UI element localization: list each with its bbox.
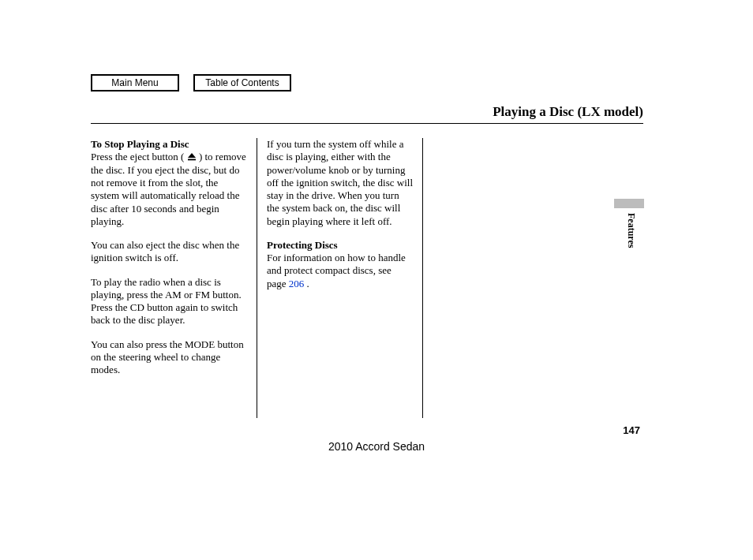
page-number: 147 bbox=[623, 424, 640, 436]
section-tab bbox=[614, 199, 644, 208]
column-1: To Stop Playing a Disc Press the eject b… bbox=[91, 138, 257, 418]
mode-button-text: You can also press the MODE button on th… bbox=[91, 338, 247, 377]
column-3 bbox=[422, 138, 588, 418]
manual-page: Main Menu Table of Contents Playing a Di… bbox=[91, 74, 643, 418]
svg-marker-0 bbox=[188, 153, 196, 158]
svg-rect-1 bbox=[188, 159, 196, 161]
footer-model: 2010 Accord Sedan bbox=[0, 440, 753, 453]
stop-playing-section: To Stop Playing a Disc Press the eject b… bbox=[91, 138, 247, 228]
column-2: If you turn the system off while a disc … bbox=[257, 138, 422, 418]
stop-playing-text-a: Press the eject button ( bbox=[91, 151, 184, 162]
section-label-features: Features bbox=[625, 213, 637, 248]
radio-switch-text: To play the radio when a disc is playing… bbox=[91, 276, 247, 327]
resume-play-text: If you turn the system off while a disc … bbox=[267, 138, 413, 228]
protecting-discs-section: Protecting Discs For information on how … bbox=[267, 239, 413, 290]
eject-ignition-off-text: You can also eject the disc when the ign… bbox=[91, 239, 247, 265]
main-menu-button[interactable]: Main Menu bbox=[91, 74, 179, 91]
protect-text-b: . bbox=[307, 278, 309, 289]
heading-stop-playing: To Stop Playing a Disc bbox=[91, 138, 189, 150]
page-title: Playing a Disc (LX model) bbox=[91, 104, 643, 120]
content-columns: To Stop Playing a Disc Press the eject b… bbox=[91, 138, 643, 418]
title-row: Playing a Disc (LX model) bbox=[91, 104, 643, 124]
heading-protecting-discs: Protecting Discs bbox=[267, 239, 338, 251]
top-nav: Main Menu Table of Contents bbox=[91, 74, 643, 91]
protect-text-a: For information on how to handle and pro… bbox=[267, 252, 406, 289]
eject-icon bbox=[187, 153, 197, 164]
page-link-206[interactable]: 206 bbox=[289, 278, 305, 289]
table-of-contents-button[interactable]: Table of Contents bbox=[193, 74, 291, 91]
